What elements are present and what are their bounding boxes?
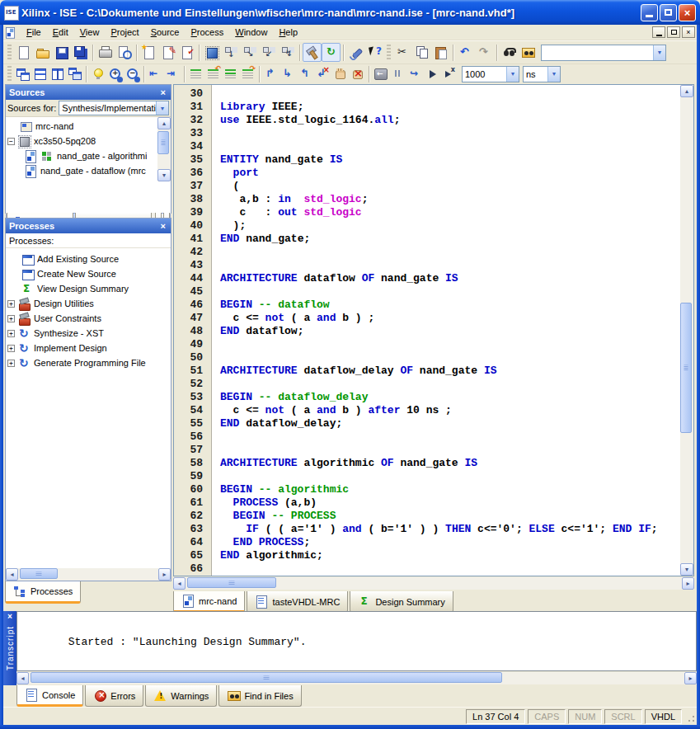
save-all-button[interactable] [71, 43, 90, 62]
new-file-button[interactable] [14, 43, 33, 62]
expander-plus-icon[interactable]: + [7, 300, 15, 308]
scroll-right-button[interactable]: ▸ [682, 577, 694, 590]
prev-bookmark-button[interactable] [297, 65, 314, 82]
scroll-up-button[interactable]: ▴ [157, 117, 171, 129]
tab-mrc-nand[interactable]: mrc-nand [173, 591, 245, 613]
tree-item[interactable]: +Implement Design [6, 341, 171, 355]
scroll-down-button[interactable]: ▾ [680, 563, 693, 576]
copy-button[interactable] [412, 43, 431, 62]
edit-source-button[interactable] [158, 43, 177, 62]
scrollbar-track[interactable] [186, 577, 682, 590]
toggle-bookmark-button[interactable] [262, 65, 280, 82]
chevron-down-icon[interactable]: ▼ [156, 101, 168, 115]
implement-hammer-button[interactable] [303, 43, 322, 62]
restore-button[interactable] [660, 4, 677, 21]
rerun-button[interactable] [322, 43, 341, 62]
scrollbar-thumb[interactable] [680, 303, 692, 433]
chevron-down-icon[interactable]: ▼ [547, 67, 560, 82]
scrollbar-track[interactable] [157, 129, 171, 169]
assign-constraints-button[interactable] [240, 43, 259, 62]
chevron-down-icon[interactable]: ▼ [506, 67, 519, 82]
tree-item[interactable]: +Synthesize - XST [6, 326, 171, 341]
minimize-button[interactable] [641, 4, 658, 21]
code-editor[interactable]: 3031323334353637383940414243444546474849… [173, 84, 694, 576]
scrollbar-thumb[interactable] [187, 577, 276, 588]
title-bar[interactable]: Xilinx - ISE - C:\Dokumente und Einstell… [0, 0, 700, 25]
scroll-up-button[interactable]: ▴ [680, 85, 693, 97]
tab-processes[interactable]: Processes [5, 581, 81, 604]
next-bookmark-button[interactable] [280, 65, 297, 82]
print-preview-button[interactable] [115, 43, 134, 62]
sources-for-combo[interactable]: Synthesis/Implementatio ▼ [59, 101, 169, 115]
comment-block-button[interactable] [222, 65, 239, 82]
sources-tree-vertical-scrollbar[interactable]: ▴ ▾ [157, 117, 171, 181]
tree-item[interactable]: Create New Source [6, 266, 171, 281]
pause-button[interactable] [389, 65, 406, 82]
tree-item[interactable]: View Design Summary [6, 281, 171, 296]
transcript-console[interactable]: Started : "Launching Design Summary". [16, 611, 697, 671]
processes-horizontal-scrollbar[interactable]: ◂ ▸ [6, 568, 171, 581]
print-button[interactable] [96, 43, 115, 62]
processes-panel-titlebar[interactable]: Processes × [6, 219, 171, 233]
scroll-right-button[interactable]: ▸ [684, 672, 697, 684]
redo-button[interactable] [475, 43, 494, 62]
expander-plus-icon[interactable]: + [7, 330, 15, 337]
menu-source[interactable]: Source [145, 26, 186, 38]
restart-button[interactable] [372, 65, 389, 82]
indent-button[interactable] [164, 65, 181, 82]
comment-button[interactable] [187, 65, 204, 82]
menu-process[interactable]: Process [186, 26, 230, 38]
editor-horizontal-scrollbar[interactable]: ◂ ▸ [173, 577, 694, 590]
find-button[interactable] [500, 43, 519, 62]
close-icon[interactable]: × [159, 87, 167, 97]
scroll-left-button[interactable]: ◂ [16, 672, 29, 684]
close-icon[interactable]: × [3, 611, 16, 623]
menu-edit[interactable]: Edit [47, 26, 74, 38]
no-pan-button[interactable] [349, 65, 366, 82]
toolbar-grip[interactable] [7, 45, 12, 61]
tree-item[interactable]: +Design Utilities [6, 296, 171, 311]
clear-bookmarks-button[interactable] [314, 65, 331, 82]
tree-item[interactable]: mrc-nand [6, 119, 157, 134]
outdent-button[interactable] [147, 65, 164, 82]
transcript-horizontal-scrollbar[interactable]: ◂ ▸ [16, 672, 697, 684]
run-button[interactable] [424, 65, 441, 82]
tab-find-in-files[interactable]: Find in Files [218, 685, 301, 707]
tab-design-summary[interactable]: Design Summary [350, 591, 453, 613]
menu-help[interactable]: Help [273, 26, 303, 38]
step-button[interactable] [406, 65, 424, 82]
tree-item[interactable]: nand_gate - algorithmi [6, 148, 157, 163]
scroll-right-button[interactable]: ▸ [158, 568, 171, 581]
scrollbar-track[interactable] [680, 97, 693, 563]
scroll-down-button[interactable]: ▾ [157, 169, 171, 181]
uncomment-block-button[interactable] [239, 65, 256, 82]
expander-minus-icon[interactable]: − [7, 138, 15, 145]
toolbar-grip[interactable] [387, 45, 391, 61]
mdi-restore-button[interactable] [667, 26, 680, 38]
scroll-left-button[interactable]: ◂ [173, 577, 186, 590]
expander-plus-icon[interactable]: + [7, 315, 15, 322]
scrollbar-thumb[interactable] [31, 672, 502, 683]
assign-area-button[interactable] [259, 43, 278, 62]
zoom-out-button[interactable] [124, 65, 141, 82]
cascade-windows-button[interactable] [14, 65, 31, 82]
close-button[interactable]: × [679, 4, 696, 21]
pan-button[interactable] [331, 65, 349, 82]
run-for-time-button[interactable] [441, 65, 458, 82]
menu-project[interactable]: Project [105, 26, 144, 38]
menu-window[interactable]: Window [229, 26, 273, 38]
scroll-left-button[interactable]: ◂ [6, 568, 18, 581]
tree-item[interactable]: nand_gate - dataflow (mrc [6, 163, 157, 178]
editor-code[interactable]: Library IEEE;use IEEE.std_logic_1164.all… [213, 85, 680, 576]
arrange-windows-button[interactable] [66, 65, 83, 82]
close-icon[interactable]: × [159, 221, 167, 231]
expander-plus-icon[interactable]: + [7, 360, 15, 367]
wrench-button[interactable] [346, 43, 365, 62]
chip-button[interactable] [202, 43, 221, 62]
paste-button[interactable] [431, 43, 450, 62]
sim-unit-combo[interactable]: ns▼ [523, 66, 561, 82]
mdi-close-button[interactable]: × [682, 26, 695, 38]
scrollbar-thumb[interactable] [20, 568, 58, 579]
expander-plus-icon[interactable]: + [7, 345, 15, 352]
tab-warnings[interactable]: Warnings [145, 685, 217, 707]
